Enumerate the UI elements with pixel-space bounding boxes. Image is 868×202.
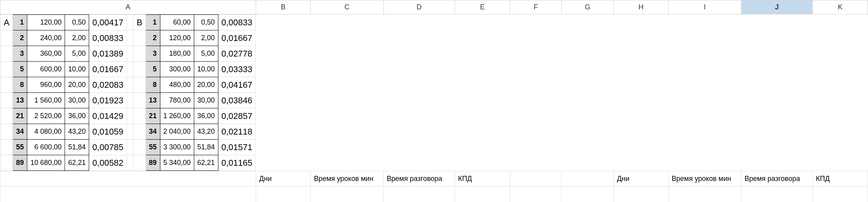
empty-cell-J[interactable] xyxy=(741,187,812,202)
cell-B-8[interactable]: 34 xyxy=(13,124,27,140)
column-header-E[interactable]: E xyxy=(455,0,510,14)
cell-A-3[interactable] xyxy=(0,46,13,62)
cell-I-9[interactable]: 3 300,00 xyxy=(160,140,194,155)
cell-J-5[interactable]: 20,00 xyxy=(194,77,218,93)
cell-C-10[interactable]: 10 680,00 xyxy=(27,155,65,171)
cell-H-10[interactable]: 89 xyxy=(146,155,160,171)
cell-B-7[interactable]: 21 xyxy=(13,108,27,124)
empty-cell-A[interactable] xyxy=(0,187,256,202)
cell-B-5[interactable]: 8 xyxy=(13,77,27,93)
column-header-D[interactable]: D xyxy=(383,0,455,14)
cell-B-9[interactable]: 55 xyxy=(13,140,27,155)
cell-F-4[interactable] xyxy=(127,62,133,77)
cell-D-4[interactable]: 10,00 xyxy=(65,62,89,77)
cell-H-7[interactable]: 21 xyxy=(146,108,160,124)
footer-cell-A[interactable] xyxy=(0,171,256,187)
cell-J-4[interactable]: 10,00 xyxy=(194,62,218,77)
cell-E-7[interactable]: 0,01429 xyxy=(89,108,127,124)
cell-J-3[interactable]: 5,00 xyxy=(194,46,218,62)
cell-D-6[interactable]: 30,00 xyxy=(65,93,89,108)
cell-E-2[interactable]: 0,00833 xyxy=(89,30,127,46)
cell-G-5[interactable] xyxy=(133,77,146,93)
cell-D-7[interactable]: 36,00 xyxy=(65,108,89,124)
cell-B-6[interactable]: 13 xyxy=(13,93,27,108)
empty-cell-F[interactable] xyxy=(510,187,561,202)
cell-K-8[interactable]: 0,02118 xyxy=(218,124,256,140)
empty-cell-I[interactable] xyxy=(668,187,741,202)
cell-K-5[interactable]: 0,04167 xyxy=(218,77,256,93)
cell-K-7[interactable]: 0,02857 xyxy=(218,108,256,124)
cell-D-5[interactable]: 20,00 xyxy=(65,77,89,93)
empty-cell-G[interactable] xyxy=(562,187,614,202)
cell-D-1[interactable]: 0,50 xyxy=(65,15,89,30)
cell-F-5[interactable] xyxy=(127,77,133,93)
footer-cell-I[interactable]: Время уроков мин xyxy=(668,171,741,187)
cell-J-9[interactable]: 51,84 xyxy=(194,140,218,155)
cell-A-8[interactable] xyxy=(0,124,13,140)
cell-B-10[interactable]: 89 xyxy=(13,155,27,171)
footer-cell-K[interactable]: КПД xyxy=(812,171,868,187)
column-header-K[interactable]: K xyxy=(812,0,868,14)
cell-H-4[interactable]: 5 xyxy=(146,62,160,77)
cell-I-5[interactable]: 480,00 xyxy=(160,77,194,93)
empty-cell-C[interactable] xyxy=(311,187,383,202)
cell-I-4[interactable]: 300,00 xyxy=(160,62,194,77)
cell-A-10[interactable] xyxy=(0,155,13,171)
cell-E-8[interactable]: 0,01059 xyxy=(89,124,127,140)
cell-G-3[interactable] xyxy=(133,46,146,62)
cell-H-2[interactable]: 2 xyxy=(146,30,160,46)
cell-G-9[interactable] xyxy=(133,140,146,155)
cell-H-5[interactable]: 8 xyxy=(146,77,160,93)
cell-K-1[interactable]: 0,00833 xyxy=(218,15,256,30)
cell-A-6[interactable] xyxy=(0,93,13,108)
cell-A-7[interactable] xyxy=(0,108,13,124)
empty-cell-B[interactable] xyxy=(256,187,311,202)
cell-J-10[interactable]: 62,21 xyxy=(194,155,218,171)
cell-F-7[interactable] xyxy=(127,108,133,124)
column-header-H[interactable]: H xyxy=(613,0,668,14)
cell-I-8[interactable]: 2 040,00 xyxy=(160,124,194,140)
footer-cell-D[interactable]: Время разговора xyxy=(383,171,455,187)
cell-I-3[interactable]: 180,00 xyxy=(160,46,194,62)
cell-K-4[interactable]: 0,03333 xyxy=(218,62,256,77)
cell-C-5[interactable]: 960,00 xyxy=(27,77,65,93)
cell-G-2[interactable] xyxy=(133,30,146,46)
empty-cell-E[interactable] xyxy=(455,187,510,202)
cell-I-10[interactable]: 5 340,00 xyxy=(160,155,194,171)
cell-F-1[interactable] xyxy=(127,15,133,30)
cell-E-5[interactable]: 0,02083 xyxy=(89,77,127,93)
cell-J-8[interactable]: 43,20 xyxy=(194,124,218,140)
footer-cell-E[interactable]: КПД xyxy=(455,171,510,187)
spreadsheet-grid[interactable]: ABCDEFGHIJK A1120,000,500,00417B160,000,… xyxy=(0,0,868,202)
cell-E-6[interactable]: 0,01923 xyxy=(89,93,127,108)
cell-K-3[interactable]: 0,02778 xyxy=(218,46,256,62)
column-header-J[interactable]: J xyxy=(741,0,812,14)
cell-D-3[interactable]: 5,00 xyxy=(65,46,89,62)
cell-E-4[interactable]: 0,01667 xyxy=(89,62,127,77)
cell-I-2[interactable]: 120,00 xyxy=(160,30,194,46)
column-header-B[interactable]: B xyxy=(256,0,311,14)
cell-G-4[interactable] xyxy=(133,62,146,77)
cell-K-2[interactable]: 0,01667 xyxy=(218,30,256,46)
cell-E-10[interactable]: 0,00582 xyxy=(89,155,127,171)
cell-A-9[interactable] xyxy=(0,140,13,155)
cell-F-10[interactable] xyxy=(127,155,133,171)
cell-K-6[interactable]: 0,03846 xyxy=(218,93,256,108)
cell-H-6[interactable]: 13 xyxy=(146,93,160,108)
footer-cell-H[interactable]: Дни xyxy=(613,171,668,187)
cell-H-3[interactable]: 3 xyxy=(146,46,160,62)
footer-cell-C[interactable]: Время уроков мин xyxy=(311,171,383,187)
column-header-F[interactable]: F xyxy=(510,0,561,14)
footer-cell-J[interactable]: Время разговора xyxy=(741,171,812,187)
footer-cell-B[interactable]: Дни xyxy=(256,171,311,187)
cell-H-1[interactable]: 1 xyxy=(146,15,160,30)
column-header-A[interactable]: A xyxy=(0,0,256,14)
cell-B-1[interactable]: 1 xyxy=(13,15,27,30)
cell-G-7[interactable] xyxy=(133,108,146,124)
cell-C-7[interactable]: 2 520,00 xyxy=(27,108,65,124)
column-header-I[interactable]: I xyxy=(668,0,741,14)
cell-J-1[interactable]: 0,50 xyxy=(194,15,218,30)
footer-cell-G[interactable] xyxy=(562,171,614,187)
empty-cell-K[interactable] xyxy=(812,187,868,202)
cell-C-6[interactable]: 1 560,00 xyxy=(27,93,65,108)
